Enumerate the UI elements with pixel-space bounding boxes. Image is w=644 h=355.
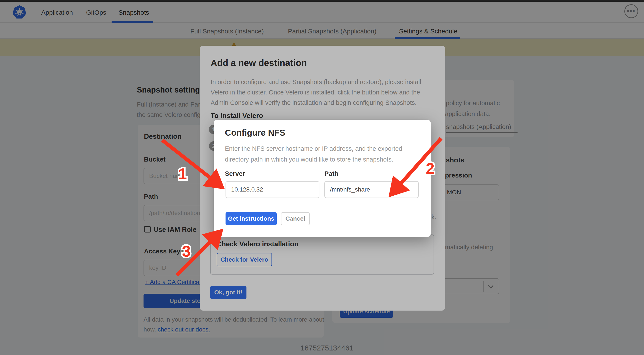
nfs-path-input[interactable] [324, 181, 419, 198]
nfs-desc-line1: Enter the NFS server hostname or IP addr… [225, 145, 402, 152]
configure-nfs-title: Configure NFS [225, 128, 285, 138]
nfs-path-label: Path [324, 170, 338, 177]
server-input[interactable] [226, 181, 320, 198]
nfs-desc-line2: directory path in which you would like t… [225, 156, 393, 163]
configure-nfs-modal: Configure NFS Enter the NFS server hostn… [214, 120, 431, 237]
server-label: Server [225, 170, 245, 177]
cancel-button[interactable]: Cancel [281, 212, 310, 225]
get-instructions-button[interactable]: Get instructions [226, 212, 277, 225]
